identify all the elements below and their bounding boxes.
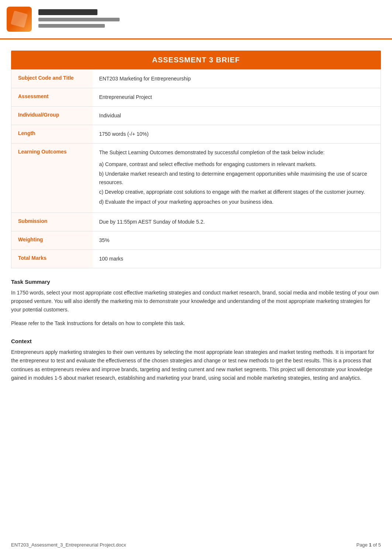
task-summary-title: Task Summary (11, 279, 381, 285)
context-body: Entrepreneurs apply marketing strategies… (11, 348, 381, 382)
header-title-bar-2 (38, 18, 120, 21)
context-paragraph: Entrepreneurs apply marketing strategies… (11, 348, 381, 382)
brief-row-individual-group: Individual/Group Individual (11, 107, 381, 125)
brief-row-subject: Subject Code and Title ENT203 Marketing … (11, 70, 381, 88)
task-summary-paragraph: In 1750 words, select your most appropri… (11, 289, 381, 314)
brief-value-total-marks: 100 marks (93, 249, 381, 268)
footer-page-current: 1 (369, 542, 371, 548)
brief-row-length: Length 1750 words (-/+ 10%) (11, 125, 381, 144)
brief-value-length: 1750 words (-/+ 10%) (93, 125, 381, 144)
brief-row-submission: Submission Due by 11:55pm AEST Sunday of… (11, 213, 381, 231)
brief-row-total-marks: Total Marks 100 marks (11, 249, 381, 268)
header-title-bar-1 (38, 9, 97, 15)
brief-label-length: Length (11, 125, 93, 144)
brief-table: Subject Code and Title ENT203 Marketing … (11, 69, 381, 268)
brief-value-assessment: Entrepreneurial Project (93, 88, 381, 107)
university-logo (7, 7, 32, 32)
logo-inner-shape (11, 11, 28, 28)
header-title-bar-3 (38, 24, 105, 28)
brief-row-learning-outcomes: Learning Outcomes The Subject Learning O… (11, 144, 381, 213)
page-footer: ENT203_Assessment_3_Entrepreneurial Proj… (11, 542, 381, 548)
brief-label-individual-group: Individual/Group (11, 107, 93, 125)
brief-label-submission: Submission (11, 213, 93, 231)
lo-item: c) Develop creative, appropriate cost so… (99, 188, 374, 196)
context-title: Context (11, 338, 381, 344)
brief-label-weighting: Weighting (11, 231, 93, 249)
footer-page-prefix: Page (356, 542, 369, 548)
task-summary-paragraph: Please refer to the Task Instructions fo… (11, 319, 381, 328)
header-text (38, 9, 120, 29)
task-summary-section: Task Summary In 1750 words, select your … (11, 279, 381, 328)
lo-intro-text: The Subject Learning Outcomes demonstrat… (99, 149, 374, 156)
brief-row-weighting: Weighting 35% (11, 231, 381, 249)
brief-row-assessment: Assessment Entrepreneurial Project (11, 88, 381, 107)
footer-page-info: Page 1 of 5 (356, 542, 381, 548)
footer-page-total: 5 (378, 542, 381, 548)
brief-value-learning-outcomes: The Subject Learning Outcomes demonstrat… (93, 144, 381, 213)
brief-label-learning-outcomes: Learning Outcomes (11, 144, 93, 213)
page: ASSESSMENT 3 BRIEF Subject Code and Titl… (0, 0, 392, 555)
lo-item: a) Compare, contrast and select effectiv… (99, 160, 374, 168)
footer-page-separator: of (372, 542, 378, 548)
lo-items-list: a) Compare, contrast and select effectiv… (99, 160, 374, 206)
brief-value-submission: Due by 11:55pm AEST Sunday of Module 5.2… (93, 213, 381, 231)
brief-title: ASSESSMENT 3 BRIEF (11, 51, 381, 69)
brief-label-total-marks: Total Marks (11, 249, 93, 268)
lo-item: d) Evaluate the impact of your marketing… (99, 198, 374, 206)
brief-label-subject: Subject Code and Title (11, 70, 93, 88)
task-summary-body: In 1750 words, select your most appropri… (11, 289, 381, 328)
lo-item: b) Undertake market research and testing… (99, 170, 374, 186)
brief-label-assessment: Assessment (11, 88, 93, 107)
header (0, 0, 392, 39)
brief-value-weighting: 35% (93, 231, 381, 249)
footer-filename: ENT203_Assessment_3_Entrepreneurial Proj… (11, 542, 126, 548)
brief-value-subject: ENT203 Marketing for Entrepreneurship (93, 70, 381, 88)
assessment-brief-section: ASSESSMENT 3 BRIEF Subject Code and Titl… (11, 51, 381, 268)
brief-value-individual-group: Individual (93, 107, 381, 125)
context-section: Context Entrepreneurs apply marketing st… (11, 338, 381, 382)
